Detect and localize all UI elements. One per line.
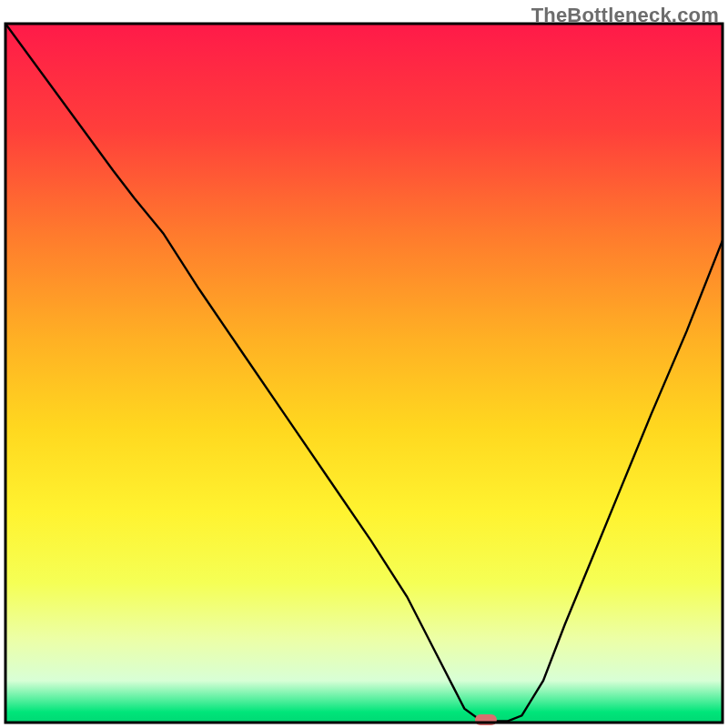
watermark-label: TheBottleneck.com	[531, 4, 719, 27]
bottleneck-chart	[0, 0, 728, 728]
svg-rect-0	[5, 24, 723, 723]
chart-container: TheBottleneck.com	[0, 0, 728, 728]
plot-area	[5, 24, 723, 723]
